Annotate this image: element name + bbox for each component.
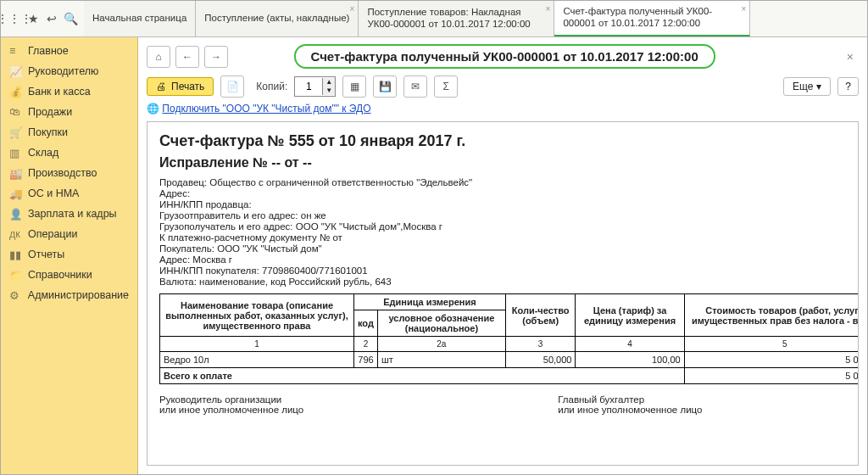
sign-left-2: или иное уполномоченное лицо [159,405,303,415]
sidebar-item-label: Производство [28,167,97,179]
col-num: 2 [354,337,378,352]
chevron-down-icon: ▾ [816,81,821,92]
total-label: Всего к оплате [160,368,685,384]
chart-icon: 📈 [9,65,21,77]
close-button[interactable]: × [842,50,859,64]
forward-button[interactable]: → [204,46,228,68]
doc-line: Грузоотправитель и его адрес: он же [159,210,859,221]
th-qty: Коли-чество (объем) [505,294,576,337]
stepper-up-icon[interactable]: ▲ [323,78,335,87]
mail-button[interactable]: ✉ [403,75,427,98]
table-total-row: Всего к оплате 5 000,00 X [160,368,860,384]
tab-label: Счет-фактура полученный УК00-000001 от 1… [563,6,741,30]
sidebar-item-label: Покупки [28,126,68,138]
more-label: Еще [793,81,813,92]
sidebar-item-prod[interactable]: 🏭Производство [1,163,137,183]
bag-icon: 🛍 [9,106,21,118]
back-button[interactable]: ← [175,46,199,68]
doc-line: К платежно-расчетному документу № от [159,232,859,243]
sidebar-item-label: Зарплата и кадры [28,208,117,220]
search-icon[interactable]: 🔍 [62,10,79,27]
sidebar-item-ref[interactable]: 📁Справочники [1,265,137,285]
more-button[interactable]: Еще▾ [783,77,831,96]
help-button[interactable]: ? [837,77,859,96]
doc-line: Адрес: [159,188,859,198]
ops-icon: дк [9,228,21,240]
sign-left-1: Руководитель организации [159,394,303,405]
apps-icon[interactable]: ⋮⋮⋮ [6,10,23,27]
doc-subtitle: Исправление № -- от -- [159,155,859,170]
col-num: 3 [505,337,576,352]
doc-title: Счет-фактура № 555 от 10 января 2017 г. [159,132,859,150]
cell-unit: шт [377,352,505,368]
page-title: Счет-фактура полученный УК00-000001 от 1… [294,44,715,69]
copies-input[interactable] [295,81,322,92]
copies-stepper[interactable]: ▲▼ [294,76,336,97]
sidebar-item-label: ОС и НМА [28,187,79,199]
sum-button[interactable]: Σ [434,75,458,98]
save-button[interactable]: 💾 [373,75,397,98]
th-price: Цена (тариф) за единицу измерения [576,294,684,337]
sidebar-item-stock[interactable]: ▥Склад [1,142,137,163]
tab-label: Поступление (акты, накладные) [204,13,349,25]
money-icon: 💰 [9,86,21,98]
home-button[interactable]: ⌂ [147,46,170,68]
doc-line: Адрес: Москва г [159,254,859,265]
sidebar-item-label: Отчеты [28,249,64,260]
close-icon[interactable]: × [546,4,551,14]
doc-line: Валюта: наименование, код Российский руб… [159,277,859,287]
sidebar-item-main[interactable]: ≡Главное [1,41,137,61]
tab-invoice[interactable]: Счет-фактура полученный УК00-000001 от 1… [554,1,750,36]
tab-receipts[interactable]: Поступление (акты, накладные)× [196,1,359,36]
cell-name: Ведро 10л [160,352,354,368]
sidebar-item-os[interactable]: 🚚ОС и НМА [1,183,137,204]
doc-line: ИНН/КПП покупателя: 7709860400/771601001 [159,265,859,276]
tab-nakladnaya[interactable]: Поступление товаров: Накладная УК00-0000… [359,1,554,36]
box-icon: ▥ [9,147,21,159]
stepper-down-icon[interactable]: ▼ [323,87,335,95]
copies-label: Копий: [256,81,287,92]
invoice-table: Наименование товара (описание выполненны… [159,293,859,384]
print-button[interactable]: 🖨Печать [147,77,214,96]
sidebar-item-hr[interactable]: 👤Зарплата и кадры [1,204,137,224]
edo-link[interactable]: Подключить "ООО "УК "Чистый дом"" к ЭДО [162,103,370,115]
edo-link-row: 🌐 Подключить "ООО "УК "Чистый дом"" к ЭД… [138,101,867,116]
th-unitname: условное обозначение (национальное) [377,310,505,337]
th-code: код [354,310,378,337]
close-icon[interactable]: × [350,4,355,14]
sidebar-item-sales[interactable]: 🛍Продажи [1,102,137,122]
doc-line: Грузополучатель и его адрес: ООО "УК "Чи… [159,221,859,232]
save-copy-button[interactable]: 📄 [220,75,244,98]
doc-line: ИНН/КПП продавца: [159,199,859,210]
sidebar-item-reports[interactable]: ▮▮Отчеты [1,244,137,265]
col-num: 5 [684,337,859,352]
sidebar-item-label: Администрирование [28,289,129,301]
sidebar-item-purch[interactable]: 🛒Покупки [1,122,137,142]
th-cost: Стоимость товаров (работ, услуг), имущес… [684,294,859,337]
doc-line: Покупатель: ООО "УК "Чистый дом" [159,243,859,254]
sidebar-item-label: Справочники [28,269,92,281]
star-icon[interactable]: ★ [25,10,42,27]
table-row: Ведро 10л 796 шт 50,000 100,00 5 000,00 … [160,352,860,368]
total-cost: 5 000,00 [684,368,859,384]
sidebar-item-bank[interactable]: 💰Банк и касса [1,81,137,102]
th-name: Наименование товара (описание выполненны… [160,294,354,337]
document-viewport[interactable]: Счет-фактура № 555 от 10 января 2017 г. … [147,121,859,466]
close-icon[interactable]: × [742,4,747,14]
sidebar-item-label: Банк и касса [28,86,91,98]
person-icon: 👤 [9,208,21,220]
sign-right-2: или иное уполномоченное лицо [558,405,702,415]
doc-line: Продавец: Общество с ограниченной ответс… [159,177,859,187]
sidebar: ≡Главное 📈Руководителю 💰Банк и касса 🛍Пр… [1,37,138,474]
col-num: 2а [377,337,505,352]
sidebar-item-admin[interactable]: ⚙Администрирование [1,285,137,305]
sidebar-item-boss[interactable]: 📈Руководителю [1,61,137,81]
sidebar-item-ops[interactable]: дкОперации [1,224,137,244]
export-button[interactable]: ▦ [342,75,366,98]
cell-cost: 5 000,00 [684,352,859,368]
sidebar-item-label: Руководителю [28,65,98,77]
history-icon[interactable]: ↩ [43,10,60,27]
col-num: 4 [576,337,684,352]
tab-home[interactable]: Начальная страница [84,1,196,36]
print-label: Печать [171,81,204,92]
